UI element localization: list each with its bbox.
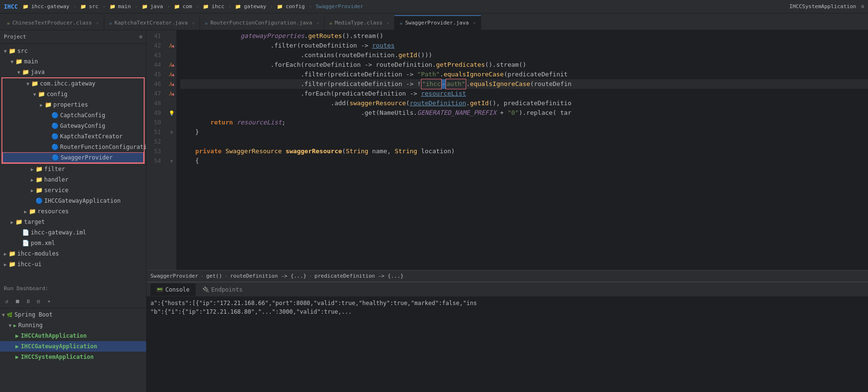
tab-close-icon[interactable]: ✕ [317,21,319,25]
tab-RouterFunctionConfiguration[interactable]: ☕ RouterFunctionConfiguration.java ✕ [200,15,324,30]
console-tab[interactable]: 📟 Console [150,283,196,296]
bc-get[interactable]: get() [206,273,222,279]
tab-ChineseTextProducer[interactable]: ☕ ChineseTextProducer.class ✕ [2,15,104,30]
class-icon-SwaggerProvider: 🔵 [52,154,59,161]
tab-close-icon[interactable]: ✕ [192,21,195,25]
folder-icon-src: 📁 [9,48,16,54]
lambda-44: λ [169,62,172,68]
breadcrumb-ihcc[interactable]: ihcc [211,3,224,10]
tree-item-target[interactable]: ▶ 📁 target [0,217,146,227]
tree-item-main[interactable]: ▼ 📁 main [0,56,146,67]
arrow-running: ▼ [9,323,12,328]
tree-item-IHCCGatewayApplication[interactable]: 🔵 IHCCGatewayApplication [0,196,146,206]
breadcrumb-main[interactable]: main [118,3,131,10]
run-item-IHCCAuthApplication[interactable]: ▶ IHCCAuthApplication [0,331,146,341]
tree-item-config[interactable]: ▼ 📁 config [2,89,144,99]
run-btn-rerun[interactable]: ↺ [2,297,12,306]
tree-label-ihcc-ui: ihcc-ui [17,261,42,268]
tree-item-ihcc-ui[interactable]: ▶ 📁 ihcc-ui [0,259,146,270]
breadcrumb-com[interactable]: com [183,3,192,10]
breadcrumb-gateway[interactable]: gateway [244,3,266,10]
tree-item-com-ihcc-gateway[interactable]: ▼ 📁 com.ihcc.gateway [2,78,144,89]
run-btn-filter2[interactable]: ▾ [44,297,54,306]
tab-close-icon[interactable]: ✕ [473,21,475,25]
tree-item-iml[interactable]: 📄 ihcc-gateway.iml [0,227,146,238]
run-item-springboot[interactable]: ▼ 🌿 Spring Boot [0,309,146,320]
gutter-52 [167,137,176,147]
code-line-51: } [180,127,868,137]
tab-icon-java: ☕ [399,20,403,26]
settings-icon[interactable]: ⚙ [861,3,864,10]
breadcrumb-config[interactable]: config [285,3,305,10]
tree-item-java[interactable]: ▼ 📁 java [0,67,146,77]
bc-route[interactable]: routeDefinition -> {...} [230,273,307,279]
tree-item-SwaggerProvider[interactable]: 🔵 SwaggerProvider [2,152,144,163]
tab-SwaggerProvider[interactable]: ☕ SwaggerProvider.java ✕ [395,15,481,30]
system-app-label: IHCCSystemApplication [21,354,94,360]
folder-icon-config: 📁 [38,91,45,98]
bc-swagger[interactable]: SwaggerProvider [150,273,198,279]
tree-item-properties[interactable]: ▶ 📁 properties [2,99,144,110]
tree-item-service[interactable]: ▶ 📁 service [0,185,146,196]
tree-item-KaptchaTextCreator[interactable]: 🔵 KaptchaTextCreator [2,131,144,142]
ln-42: 42 [147,41,164,50]
breadcrumb-java[interactable]: java [150,3,163,10]
run-item-running[interactable]: ▼ ▶ Running [0,320,146,331]
gutter-51: ▼ [167,127,176,137]
tab-label: MediaType.class [335,20,383,26]
gutter-47: λ▲ [167,89,176,98]
code-line-53: private SwaggerResource swaggerResource(… [180,147,868,156]
run-item-IHCCGatewayApplication[interactable]: ▶ IHCCGatewayApplication [0,341,146,352]
tab-close-icon[interactable]: ✕ [96,21,99,25]
endpoints-tab[interactable]: 🔌 Endpoints [197,283,248,296]
breadcrumb-src[interactable]: src [89,3,99,10]
tree-item-ihcc-modules[interactable]: ▶ 📁 ihcc-modules [0,248,146,259]
ln-44: 44 [147,60,164,70]
tree-item-pom[interactable]: 📄 pom.xml [0,238,146,248]
tree-item-resources[interactable]: ▶ 📁 resources [0,206,146,217]
tree-item-filter[interactable]: ▶ 📁 filter [0,164,146,174]
bc-sep3: › [309,273,312,279]
code-line-45: .filter(predicateDefinition -> "Path".eq… [180,70,868,79]
app-name: IHCCSystemApplication [789,3,856,10]
tree-label-IHCCGatewayApplication: IHCCGatewayApplication [44,197,121,204]
run-btn-filter[interactable]: ⊟ [34,297,43,306]
run-item-IHCCSystemApplication[interactable]: ▶ IHCCSystemApplication [0,352,146,362]
breadcrumb-swagger[interactable]: SwaggerProvider [316,3,363,10]
gutter-45: λ▲ [167,70,176,79]
code-content[interactable]: gatewayProperties.getRoutes().stream() .… [176,30,868,270]
breadcrumb-ihcc-gateway[interactable]: ihcc-gateway [31,3,69,10]
ln-45: 45 [147,70,164,79]
tab-close-icon[interactable]: ✕ [387,21,389,25]
tree-label-target: target [24,219,45,225]
endpoints-label: Endpoints [211,286,243,293]
code-line-52 [180,137,868,147]
run-btn-stop[interactable]: ⏹ [12,297,22,306]
gutter-53 [167,147,176,156]
running-icon: ▶ [13,323,16,328]
tree-item-handler[interactable]: ▶ 📁 handler [0,174,146,185]
fold-54[interactable]: ▼ [170,159,173,164]
console-output[interactable]: a":{"hosts":[{"ip":"172.21.168.66","port… [147,297,868,392]
sidebar-settings[interactable]: ⚙ [139,34,142,40]
ln-46: 46 [147,79,164,89]
bc-predicate[interactable]: predicateDefinition -> {...} [314,273,403,279]
arrow-ihcc-ui: ▶ [2,262,9,267]
bulb-49[interactable]: 💡 [169,110,174,116]
spring-icon: 🌿 [7,312,12,318]
run-btn-pause[interactable]: ⏸ [23,297,33,306]
tab-KaptchaTextCreator[interactable]: ☕ KaptchaTextCreator.java ✕ [104,15,200,30]
fold-51[interactable]: ▼ [170,130,173,135]
tab-MediaType[interactable]: ☕ MediaType.class ✕ [324,15,395,30]
running-label: Running [18,322,43,329]
tree-item-RouterFunctionConfiguration[interactable]: 🔵 RouterFunctionConfiguration [2,142,144,152]
arrow-up-42: ▲ [172,43,174,48]
tab-label: RouterFunctionConfiguration.java [211,20,312,26]
tree-item-src[interactable]: ▼ 📁 src [0,46,146,56]
tree-label-RouterFunctionConfiguration: RouterFunctionConfiguration [60,144,146,150]
tree-label-pom: pom.xml [31,240,55,246]
tree-item-GatewayConfig[interactable]: 🔵 GatewayConfig [2,121,144,131]
tree-item-CaptchaConfig[interactable]: 🔵 CaptchaConfig [2,110,144,121]
gutter: λ▲ λ▲ λ▲ λ▲ λ▲ 💡 ▼ ▼ [167,30,176,270]
run-header: Run Dashboard: [0,282,146,295]
